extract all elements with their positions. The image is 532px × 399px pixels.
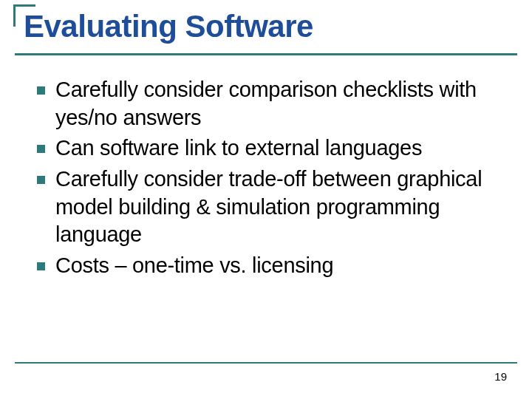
title-underline — [15, 53, 517, 55]
content-area: Carefully consider comparison checklists… — [15, 76, 517, 280]
bullet-square-icon — [37, 86, 45, 95]
title-block: Evaluating Software — [24, 9, 517, 50]
corner-accent-decoration — [13, 4, 35, 27]
bullet-text: Carefully consider trade-off between gra… — [55, 166, 510, 249]
list-item: Carefully consider trade-off between gra… — [37, 166, 510, 249]
bullet-square-icon — [37, 176, 45, 184]
bullet-text: Can software link to external languages — [55, 134, 422, 163]
list-item: Costs – one-time vs. licensing — [37, 252, 510, 280]
list-item: Can software link to external languages — [37, 134, 510, 163]
slide-container: Evaluating Software Carefully consider c… — [0, 0, 532, 399]
bottom-rule-decoration — [15, 362, 517, 364]
bullet-text: Costs – one-time vs. licensing — [55, 252, 333, 280]
slide-title: Evaluating Software — [24, 9, 517, 44]
bullet-text: Carefully consider comparison checklists… — [55, 76, 510, 132]
bullet-square-icon — [37, 262, 45, 270]
page-number: 19 — [494, 370, 507, 383]
bullet-square-icon — [37, 145, 45, 153]
list-item: Carefully consider comparison checklists… — [37, 76, 510, 132]
